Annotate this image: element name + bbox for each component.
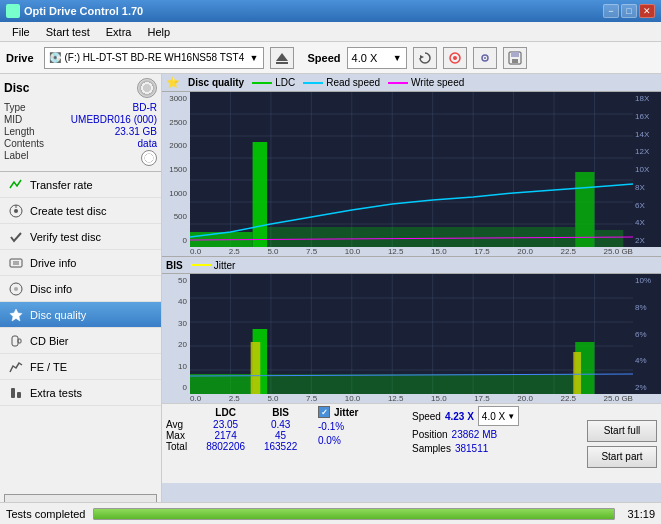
chart1-icon: ⭐ bbox=[166, 76, 180, 89]
write-speed-legend-label: Write speed bbox=[411, 77, 464, 88]
svg-point-18 bbox=[14, 287, 18, 291]
svg-point-8 bbox=[484, 57, 486, 59]
total-ldc: 8802206 bbox=[196, 441, 255, 452]
write-speed-legend: Write speed bbox=[388, 77, 464, 88]
speed-value: 4.0 X bbox=[352, 52, 378, 64]
status-text: Tests completed bbox=[6, 508, 85, 520]
chart1-x-axis: 0.0 2.5 5.0 7.5 10.0 12.5 15.0 17.5 20.0… bbox=[162, 247, 661, 256]
results-table-wrapper: LDC BIS Avg 23.05 0.43 Max 2174 bbox=[166, 406, 306, 481]
cd-bier-icon bbox=[8, 333, 24, 349]
title-bar: Opti Drive Control 1.70 − □ ✕ bbox=[0, 0, 661, 22]
start-part-button[interactable]: Start part bbox=[587, 446, 657, 468]
nav-transfer-rate[interactable]: Transfer rate bbox=[0, 172, 161, 198]
chart2-x-axis: 0.0 2.5 5.0 7.5 10.0 12.5 15.0 17.5 20.0… bbox=[162, 394, 661, 403]
speed-label: Speed bbox=[308, 52, 341, 64]
create-test-disc-icon bbox=[8, 203, 24, 219]
ldc-legend: LDC bbox=[252, 77, 295, 88]
chart1-body: 3000 2500 2000 1500 1000 500 0 bbox=[162, 92, 661, 247]
menu-file[interactable]: File bbox=[4, 24, 38, 40]
nav-extra-tests[interactable]: Extra tests bbox=[0, 380, 161, 406]
progress-bar bbox=[93, 508, 615, 520]
speed-row: Speed 4.23 X 4.0 X ▼ bbox=[412, 406, 579, 426]
speed-display-label: Speed bbox=[412, 411, 441, 422]
disc-label-row: Label bbox=[4, 150, 157, 166]
total-label: Total bbox=[166, 441, 196, 452]
nav-cd-bier[interactable]: CD Bier bbox=[0, 328, 161, 354]
disc-type-label: Type bbox=[4, 102, 26, 113]
window-controls: − □ ✕ bbox=[603, 4, 655, 18]
ldc-legend-label: LDC bbox=[275, 77, 295, 88]
nav-disc-info[interactable]: Disc info bbox=[0, 276, 161, 302]
avg-bis: 0.43 bbox=[255, 419, 306, 430]
disc-mid-row: MID UMEBDR016 (000) bbox=[4, 114, 157, 125]
svg-rect-16 bbox=[13, 261, 19, 265]
total-bis: 163522 bbox=[255, 441, 306, 452]
read-speed-legend-color bbox=[303, 82, 323, 84]
drive-value: (F:) HL-DT-ST BD-RE WH16NS58 TST4 bbox=[65, 52, 245, 63]
menu-start-test[interactable]: Start test bbox=[38, 24, 98, 40]
chart2-y-right: 10% 8% 6% 4% 2% bbox=[633, 274, 661, 394]
jitter-header: ✓ Jitter bbox=[318, 406, 400, 418]
table-row: Avg 23.05 0.43 bbox=[166, 419, 306, 430]
extra-tests-icon bbox=[8, 385, 24, 401]
svg-rect-11 bbox=[512, 59, 518, 63]
sidebar: Disc Type BD-R MID UMEBDR016 (000) Lengt… bbox=[0, 74, 162, 524]
position-row: Position 23862 MB bbox=[412, 429, 579, 440]
menu-extra[interactable]: Extra bbox=[98, 24, 140, 40]
eject-button[interactable] bbox=[270, 47, 294, 69]
nav-list: Transfer rate Create test disc Verify te… bbox=[0, 172, 161, 490]
disc-type-row: Type BD-R bbox=[4, 102, 157, 113]
refresh-button[interactable] bbox=[413, 47, 437, 69]
disc-icon bbox=[137, 78, 157, 98]
chart1-title: Disc quality bbox=[188, 77, 244, 88]
svg-point-1 bbox=[11, 9, 15, 13]
drive-label: Drive bbox=[6, 52, 34, 64]
jitter-label: Jitter bbox=[334, 407, 358, 418]
speed-info: Speed 4.23 X 4.0 X ▼ Position 23862 MB S… bbox=[412, 406, 579, 481]
nav-drive-info[interactable]: Drive info bbox=[0, 250, 161, 276]
svg-rect-20 bbox=[12, 336, 18, 346]
svg-point-6 bbox=[453, 56, 457, 60]
nav-disc-quality[interactable]: Disc quality bbox=[0, 302, 161, 328]
status-bar: Tests completed 31:19 bbox=[0, 502, 661, 524]
speed-combo-val: 4.0 X bbox=[482, 411, 505, 422]
disc-length-value: 23.31 GB bbox=[115, 126, 157, 137]
nav-create-test-disc[interactable]: Create test disc bbox=[0, 198, 161, 224]
nav-drive-info-label: Drive info bbox=[30, 257, 76, 269]
title-bar-left: Opti Drive Control 1.70 bbox=[6, 4, 143, 18]
settings-button[interactable] bbox=[473, 47, 497, 69]
disc-label-value bbox=[141, 150, 157, 166]
nav-disc-info-label: Disc info bbox=[30, 283, 72, 295]
progress-fill bbox=[94, 509, 614, 519]
label-disc-icon bbox=[141, 150, 157, 166]
jitter-checkbox[interactable]: ✓ bbox=[318, 406, 330, 418]
drive-info-icon bbox=[8, 255, 24, 271]
avg-label: Avg bbox=[166, 419, 196, 430]
start-full-button[interactable]: Start full bbox=[587, 420, 657, 442]
disc-panel: Disc Type BD-R MID UMEBDR016 (000) Lengt… bbox=[0, 74, 161, 172]
close-button[interactable]: ✕ bbox=[639, 4, 655, 18]
drive-select[interactable]: 💽 (F:) HL-DT-ST BD-RE WH16NS58 TST4 ▼ bbox=[44, 47, 264, 69]
burn-button[interactable] bbox=[443, 47, 467, 69]
nav-fe-te[interactable]: FE / TE bbox=[0, 354, 161, 380]
speed-combo[interactable]: 4.0 X ▼ bbox=[478, 406, 519, 426]
max-bis: 45 bbox=[255, 430, 306, 441]
disc-length-row: Length 23.31 GB bbox=[4, 126, 157, 137]
speed-select[interactable]: 4.0 X ▼ bbox=[347, 47, 407, 69]
menu-help[interactable]: Help bbox=[139, 24, 178, 40]
jitter-avg: -0.1% bbox=[318, 421, 400, 432]
maximize-button[interactable]: □ bbox=[621, 4, 637, 18]
minimize-button[interactable]: − bbox=[603, 4, 619, 18]
nav-verify-test-disc[interactable]: Verify test disc bbox=[0, 224, 161, 250]
save-button[interactable] bbox=[503, 47, 527, 69]
table-row: Max 2174 45 bbox=[166, 430, 306, 441]
disc-type-value: BD-R bbox=[133, 102, 157, 113]
disc-contents-row: Contents data bbox=[4, 138, 157, 149]
nav-extra-tests-label: Extra tests bbox=[30, 387, 82, 399]
position-val: 23862 MB bbox=[452, 429, 498, 440]
content-area: ⭐ Disc quality LDC Read speed Write spee… bbox=[162, 74, 661, 524]
svg-rect-59 bbox=[190, 374, 253, 394]
jitter-legend-label: Jitter bbox=[214, 260, 236, 271]
read-speed-legend: Read speed bbox=[303, 77, 380, 88]
speed-dropdown-icon: ▼ bbox=[393, 53, 402, 63]
